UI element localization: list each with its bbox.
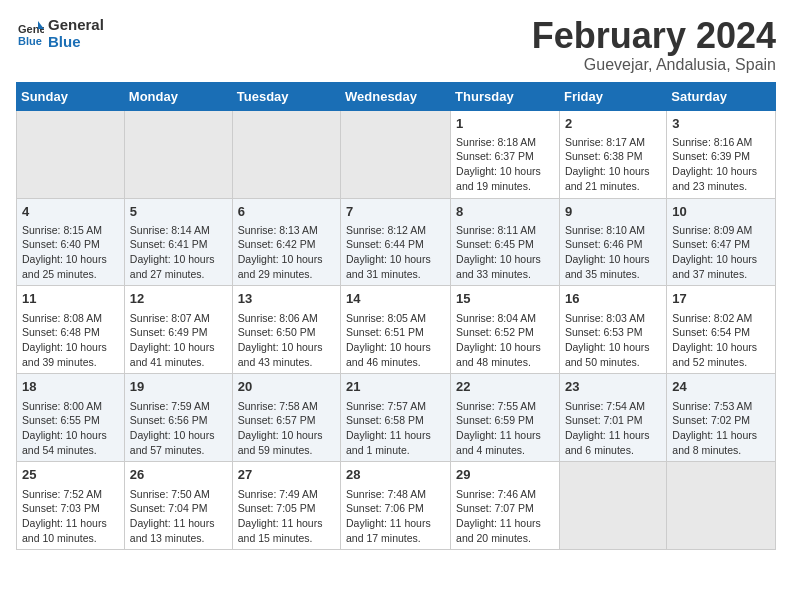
day-info: Sunrise: 7:57 AM Sunset: 6:58 PM Dayligh… <box>346 399 445 458</box>
day-number: 27 <box>238 466 335 484</box>
day-number: 9 <box>565 203 661 221</box>
calendar-cell: 17Sunrise: 8:02 AM Sunset: 6:54 PM Dayli… <box>667 286 776 374</box>
calendar-cell: 23Sunrise: 7:54 AM Sunset: 7:01 PM Dayli… <box>559 374 666 462</box>
day-info: Sunrise: 8:13 AM Sunset: 6:42 PM Dayligh… <box>238 223 335 282</box>
day-number: 8 <box>456 203 554 221</box>
calendar-cell: 3Sunrise: 8:16 AM Sunset: 6:39 PM Daylig… <box>667 110 776 198</box>
calendar-cell: 13Sunrise: 8:06 AM Sunset: 6:50 PM Dayli… <box>232 286 340 374</box>
weekday-header: Tuesday <box>232 82 340 110</box>
day-info: Sunrise: 8:02 AM Sunset: 6:54 PM Dayligh… <box>672 311 770 370</box>
calendar-cell <box>17 110 125 198</box>
calendar-cell: 28Sunrise: 7:48 AM Sunset: 7:06 PM Dayli… <box>341 462 451 550</box>
day-number: 23 <box>565 378 661 396</box>
day-number: 18 <box>22 378 119 396</box>
day-info: Sunrise: 8:17 AM Sunset: 6:38 PM Dayligh… <box>565 135 661 194</box>
calendar-week-row: 18Sunrise: 8:00 AM Sunset: 6:55 PM Dayli… <box>17 374 776 462</box>
day-number: 3 <box>672 115 770 133</box>
day-number: 17 <box>672 290 770 308</box>
day-number: 29 <box>456 466 554 484</box>
day-number: 21 <box>346 378 445 396</box>
weekday-header: Wednesday <box>341 82 451 110</box>
day-number: 14 <box>346 290 445 308</box>
day-number: 16 <box>565 290 661 308</box>
weekday-header-row: SundayMondayTuesdayWednesdayThursdayFrid… <box>17 82 776 110</box>
day-number: 10 <box>672 203 770 221</box>
day-number: 5 <box>130 203 227 221</box>
day-info: Sunrise: 8:08 AM Sunset: 6:48 PM Dayligh… <box>22 311 119 370</box>
calendar-cell <box>559 462 666 550</box>
calendar-cell: 7Sunrise: 8:12 AM Sunset: 6:44 PM Daylig… <box>341 198 451 286</box>
day-number: 28 <box>346 466 445 484</box>
day-number: 20 <box>238 378 335 396</box>
day-number: 25 <box>22 466 119 484</box>
calendar-cell <box>232 110 340 198</box>
page-header: General Blue General Blue February 2024 … <box>16 16 776 74</box>
day-info: Sunrise: 8:14 AM Sunset: 6:41 PM Dayligh… <box>130 223 227 282</box>
day-number: 19 <box>130 378 227 396</box>
day-info: Sunrise: 7:49 AM Sunset: 7:05 PM Dayligh… <box>238 487 335 546</box>
day-info: Sunrise: 7:55 AM Sunset: 6:59 PM Dayligh… <box>456 399 554 458</box>
calendar-cell <box>341 110 451 198</box>
day-number: 6 <box>238 203 335 221</box>
logo: General Blue General Blue <box>16 16 104 51</box>
day-number: 1 <box>456 115 554 133</box>
day-info: Sunrise: 8:09 AM Sunset: 6:47 PM Dayligh… <box>672 223 770 282</box>
calendar-cell <box>667 462 776 550</box>
calendar-cell: 5Sunrise: 8:14 AM Sunset: 6:41 PM Daylig… <box>124 198 232 286</box>
calendar-cell: 29Sunrise: 7:46 AM Sunset: 7:07 PM Dayli… <box>451 462 560 550</box>
day-number: 26 <box>130 466 227 484</box>
calendar-cell: 1Sunrise: 8:18 AM Sunset: 6:37 PM Daylig… <box>451 110 560 198</box>
calendar-title: February 2024 <box>532 16 776 56</box>
day-info: Sunrise: 8:03 AM Sunset: 6:53 PM Dayligh… <box>565 311 661 370</box>
day-info: Sunrise: 8:04 AM Sunset: 6:52 PM Dayligh… <box>456 311 554 370</box>
calendar-week-row: 4Sunrise: 8:15 AM Sunset: 6:40 PM Daylig… <box>17 198 776 286</box>
calendar-cell: 20Sunrise: 7:58 AM Sunset: 6:57 PM Dayli… <box>232 374 340 462</box>
calendar-cell: 12Sunrise: 8:07 AM Sunset: 6:49 PM Dayli… <box>124 286 232 374</box>
day-number: 2 <box>565 115 661 133</box>
calendar-cell: 27Sunrise: 7:49 AM Sunset: 7:05 PM Dayli… <box>232 462 340 550</box>
day-info: Sunrise: 8:07 AM Sunset: 6:49 PM Dayligh… <box>130 311 227 370</box>
logo-icon: General Blue <box>16 19 44 47</box>
day-info: Sunrise: 7:48 AM Sunset: 7:06 PM Dayligh… <box>346 487 445 546</box>
weekday-header: Friday <box>559 82 666 110</box>
day-info: Sunrise: 8:11 AM Sunset: 6:45 PM Dayligh… <box>456 223 554 282</box>
day-number: 22 <box>456 378 554 396</box>
day-info: Sunrise: 8:18 AM Sunset: 6:37 PM Dayligh… <box>456 135 554 194</box>
calendar-cell: 4Sunrise: 8:15 AM Sunset: 6:40 PM Daylig… <box>17 198 125 286</box>
calendar-week-row: 25Sunrise: 7:52 AM Sunset: 7:03 PM Dayli… <box>17 462 776 550</box>
day-number: 12 <box>130 290 227 308</box>
calendar-cell: 24Sunrise: 7:53 AM Sunset: 7:02 PM Dayli… <box>667 374 776 462</box>
weekday-header: Sunday <box>17 82 125 110</box>
day-info: Sunrise: 7:46 AM Sunset: 7:07 PM Dayligh… <box>456 487 554 546</box>
calendar-cell: 26Sunrise: 7:50 AM Sunset: 7:04 PM Dayli… <box>124 462 232 550</box>
calendar-cell: 2Sunrise: 8:17 AM Sunset: 6:38 PM Daylig… <box>559 110 666 198</box>
calendar-cell: 14Sunrise: 8:05 AM Sunset: 6:51 PM Dayli… <box>341 286 451 374</box>
day-info: Sunrise: 7:54 AM Sunset: 7:01 PM Dayligh… <box>565 399 661 458</box>
day-info: Sunrise: 7:59 AM Sunset: 6:56 PM Dayligh… <box>130 399 227 458</box>
calendar-cell: 25Sunrise: 7:52 AM Sunset: 7:03 PM Dayli… <box>17 462 125 550</box>
calendar-cell: 8Sunrise: 8:11 AM Sunset: 6:45 PM Daylig… <box>451 198 560 286</box>
weekday-header: Saturday <box>667 82 776 110</box>
svg-text:Blue: Blue <box>18 35 42 47</box>
calendar-cell: 15Sunrise: 8:04 AM Sunset: 6:52 PM Dayli… <box>451 286 560 374</box>
calendar-cell: 21Sunrise: 7:57 AM Sunset: 6:58 PM Dayli… <box>341 374 451 462</box>
calendar-cell <box>124 110 232 198</box>
day-number: 24 <box>672 378 770 396</box>
calendar-cell: 19Sunrise: 7:59 AM Sunset: 6:56 PM Dayli… <box>124 374 232 462</box>
day-number: 11 <box>22 290 119 308</box>
calendar-week-row: 1Sunrise: 8:18 AM Sunset: 6:37 PM Daylig… <box>17 110 776 198</box>
day-info: Sunrise: 8:16 AM Sunset: 6:39 PM Dayligh… <box>672 135 770 194</box>
day-info: Sunrise: 8:15 AM Sunset: 6:40 PM Dayligh… <box>22 223 119 282</box>
day-info: Sunrise: 8:12 AM Sunset: 6:44 PM Dayligh… <box>346 223 445 282</box>
calendar-cell: 6Sunrise: 8:13 AM Sunset: 6:42 PM Daylig… <box>232 198 340 286</box>
calendar-subtitle: Guevejar, Andalusia, Spain <box>532 56 776 74</box>
day-info: Sunrise: 7:52 AM Sunset: 7:03 PM Dayligh… <box>22 487 119 546</box>
title-block: February 2024 Guevejar, Andalusia, Spain <box>532 16 776 74</box>
calendar-cell: 10Sunrise: 8:09 AM Sunset: 6:47 PM Dayli… <box>667 198 776 286</box>
calendar-week-row: 11Sunrise: 8:08 AM Sunset: 6:48 PM Dayli… <box>17 286 776 374</box>
weekday-header: Monday <box>124 82 232 110</box>
day-number: 13 <box>238 290 335 308</box>
calendar-cell: 18Sunrise: 8:00 AM Sunset: 6:55 PM Dayli… <box>17 374 125 462</box>
day-number: 4 <box>22 203 119 221</box>
day-info: Sunrise: 7:53 AM Sunset: 7:02 PM Dayligh… <box>672 399 770 458</box>
